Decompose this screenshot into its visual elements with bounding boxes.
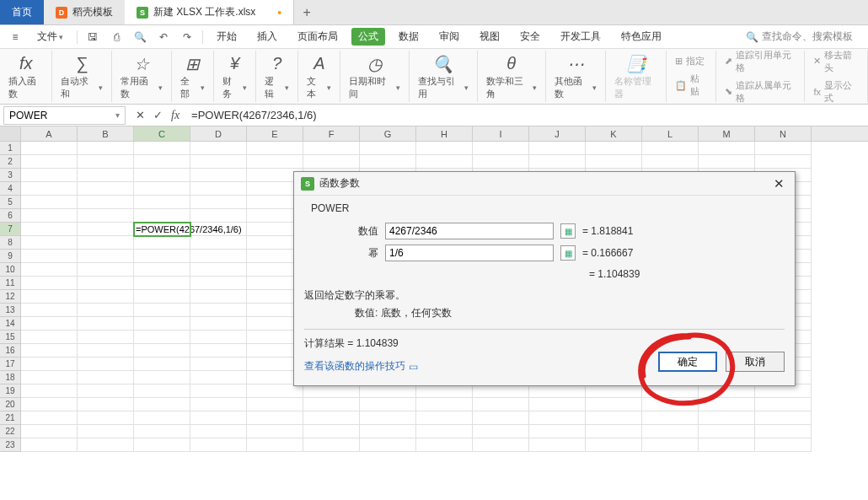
cell[interactable] bbox=[473, 384, 529, 398]
cell[interactable] bbox=[416, 425, 473, 438]
cell[interactable] bbox=[134, 250, 190, 263]
cell[interactable] bbox=[21, 358, 78, 371]
tab-home[interactable]: 首页 bbox=[0, 0, 44, 24]
cell[interactable] bbox=[21, 344, 78, 358]
cell[interactable] bbox=[134, 317, 190, 331]
row-header[interactable]: 16 bbox=[0, 344, 21, 358]
col-header[interactable]: F bbox=[303, 126, 360, 141]
cell[interactable] bbox=[642, 384, 699, 398]
cancel-button[interactable]: 取消 bbox=[726, 352, 785, 372]
cell[interactable] bbox=[586, 398, 642, 411]
cell[interactable] bbox=[134, 277, 190, 290]
cell[interactable] bbox=[755, 411, 812, 425]
cell[interactable] bbox=[78, 304, 134, 317]
all-fn-button[interactable]: ⊞全部 bbox=[172, 51, 214, 102]
cell[interactable] bbox=[134, 344, 190, 358]
cell[interactable] bbox=[78, 290, 134, 304]
col-header[interactable]: D bbox=[190, 126, 247, 141]
cell[interactable] bbox=[699, 155, 755, 169]
row-header[interactable]: 23 bbox=[0, 438, 21, 452]
cell[interactable] bbox=[416, 411, 473, 425]
name-manager-button[interactable]: 📑名称管理器 bbox=[606, 51, 667, 102]
chevron-down-icon[interactable]: ▾ bbox=[115, 110, 120, 120]
cell[interactable] bbox=[21, 223, 78, 236]
cell[interactable] bbox=[586, 438, 642, 452]
row-header[interactable]: 12 bbox=[0, 290, 21, 304]
remove-arrows-button[interactable]: ✕移去箭头 bbox=[813, 49, 859, 74]
cell[interactable] bbox=[416, 155, 473, 169]
cell[interactable] bbox=[134, 384, 190, 398]
ok-button[interactable]: 确定 bbox=[658, 352, 717, 372]
cell[interactable] bbox=[190, 411, 247, 425]
menu-dev-tools[interactable]: 开发工具 bbox=[554, 28, 608, 46]
search-box[interactable]: 🔍 查找命令、搜索模板 bbox=[746, 30, 853, 44]
cell[interactable] bbox=[190, 209, 247, 223]
menu-start[interactable]: 开始 bbox=[210, 28, 244, 46]
col-header[interactable]: L bbox=[642, 126, 699, 141]
dialog-close-button[interactable]: ✕ bbox=[770, 176, 788, 191]
cell[interactable] bbox=[190, 317, 247, 331]
text-fn-button[interactable]: A文本 bbox=[298, 51, 340, 102]
cell[interactable] bbox=[586, 142, 642, 155]
cell[interactable] bbox=[21, 438, 78, 452]
cell[interactable] bbox=[190, 344, 247, 358]
cell[interactable] bbox=[416, 438, 473, 452]
cell[interactable] bbox=[21, 250, 78, 263]
cell[interactable] bbox=[247, 411, 303, 425]
cell[interactable] bbox=[78, 344, 134, 358]
cell[interactable] bbox=[529, 155, 586, 169]
row-header[interactable]: 1 bbox=[0, 142, 21, 155]
cell[interactable] bbox=[21, 331, 78, 344]
define-name-button[interactable]: ⊞指定 bbox=[675, 55, 707, 67]
cell[interactable] bbox=[21, 209, 78, 223]
cell[interactable] bbox=[134, 331, 190, 344]
cell[interactable] bbox=[699, 425, 755, 438]
cell[interactable] bbox=[78, 398, 134, 411]
cell[interactable] bbox=[78, 142, 134, 155]
row-header[interactable]: 7 bbox=[0, 223, 21, 236]
cell[interactable] bbox=[134, 169, 190, 182]
cell[interactable] bbox=[21, 155, 78, 169]
row-header[interactable]: 20 bbox=[0, 398, 21, 411]
cell[interactable] bbox=[642, 398, 699, 411]
cell[interactable] bbox=[190, 263, 247, 277]
cell[interactable] bbox=[78, 331, 134, 344]
menu-page-layout[interactable]: 页面布局 bbox=[291, 28, 345, 46]
cell[interactable] bbox=[247, 438, 303, 452]
col-header[interactable]: J bbox=[529, 126, 586, 141]
row-header[interactable]: 2 bbox=[0, 155, 21, 169]
tab-template[interactable]: D 稻壳模板 bbox=[44, 0, 125, 24]
trace-dependents-button[interactable]: ⬊追踪从属单元格 bbox=[725, 79, 796, 105]
cell[interactable] bbox=[529, 398, 586, 411]
cell[interactable] bbox=[303, 425, 360, 438]
cell[interactable] bbox=[78, 358, 134, 371]
cell[interactable] bbox=[642, 155, 699, 169]
cell[interactable] bbox=[755, 398, 812, 411]
cell[interactable] bbox=[134, 263, 190, 277]
cell[interactable] bbox=[78, 425, 134, 438]
row-header[interactable]: 5 bbox=[0, 196, 21, 209]
undo-icon[interactable]: ↶ bbox=[155, 30, 172, 45]
cell[interactable] bbox=[360, 155, 416, 169]
cell[interactable] bbox=[78, 236, 134, 250]
cell[interactable] bbox=[699, 384, 755, 398]
cell[interactable] bbox=[699, 411, 755, 425]
row-header[interactable]: 18 bbox=[0, 371, 21, 384]
row-header[interactable]: 4 bbox=[0, 182, 21, 196]
cell[interactable] bbox=[303, 398, 360, 411]
cell[interactable] bbox=[755, 425, 812, 438]
cell[interactable] bbox=[190, 277, 247, 290]
cell[interactable] bbox=[78, 209, 134, 223]
range-selector-icon[interactable]: ▦ bbox=[560, 223, 576, 239]
cell[interactable] bbox=[360, 384, 416, 398]
cell[interactable] bbox=[642, 142, 699, 155]
cell[interactable] bbox=[755, 142, 812, 155]
cell[interactable] bbox=[529, 411, 586, 425]
save-icon[interactable]: 🖫 bbox=[84, 30, 101, 45]
cell[interactable] bbox=[699, 398, 755, 411]
formula-input[interactable]: =POWER(4267/2346,1/6) bbox=[186, 109, 868, 122]
cell[interactable] bbox=[303, 155, 360, 169]
col-header[interactable]: B bbox=[78, 126, 134, 141]
col-header[interactable]: A bbox=[21, 126, 78, 141]
row-header[interactable]: 17 bbox=[0, 358, 21, 371]
